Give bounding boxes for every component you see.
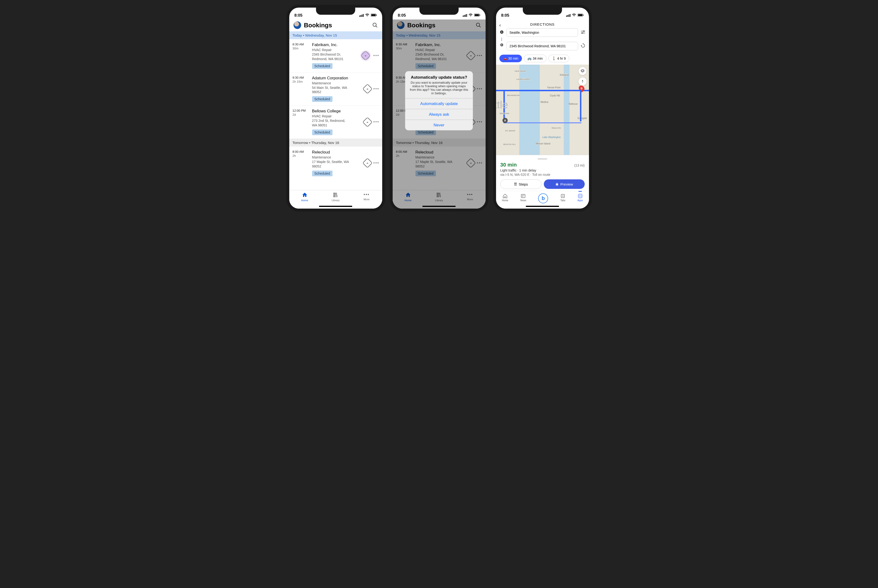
battery-icon: [578, 13, 584, 17]
to-input[interactable]: 2345 Birchwood Redmond, WA 98101: [506, 42, 578, 50]
preview-button[interactable]: ◉Preview: [544, 179, 585, 189]
layers-icon[interactable]: [578, 67, 587, 75]
status-badge: Scheduled: [312, 129, 333, 135]
svg-rect-1: [371, 14, 375, 16]
status-badge: Scheduled: [312, 63, 333, 69]
booking-item[interactable]: 8:00 AM2h Relecloud Maintenance 17 Maple…: [289, 147, 382, 180]
back-icon[interactable]: ‹: [499, 22, 501, 28]
home-indicator[interactable]: [319, 206, 352, 207]
tab-home[interactable]: Home: [295, 192, 314, 208]
booking-item[interactable]: 12:00 PM2d Bellows College HVAC Repair 2…: [289, 105, 382, 139]
mode-walk[interactable]: 🚶4 hr 9: [548, 55, 569, 62]
signal-icon: [566, 14, 570, 17]
status-time: 8:05: [501, 13, 509, 18]
more-icon[interactable]: •••: [374, 87, 379, 92]
steps-button[interactable]: ☰Steps: [500, 179, 542, 189]
directions-button-highlighted[interactable]: [360, 50, 371, 61]
nav-tabs[interactable]: 4Tabs: [560, 194, 566, 204]
svg-rect-26: [578, 194, 582, 198]
booking-name: Fabrikam, Inc.: [312, 42, 358, 47]
svg-point-3: [373, 23, 376, 26]
route-dots-icon: [499, 38, 504, 41]
svg-point-29: [579, 196, 580, 197]
booking-name: Relecloud: [312, 150, 362, 154]
pin-a-icon: A: [499, 30, 504, 35]
route-summary-sheet[interactable]: 30 min (13 mi) Light traffic · 1 min del…: [496, 155, 589, 191]
nav-news[interactable]: News: [520, 194, 526, 204]
walk-icon: 🚶: [552, 57, 556, 60]
svg-point-30: [581, 196, 581, 197]
status-dialog: Automatically update status? Do you want…: [405, 71, 473, 130]
svg-point-18: [582, 33, 583, 34]
directions-icon[interactable]: [362, 84, 372, 94]
travel-modes: 🚗30 min 🚌34 min 🚶4 hr 9: [496, 55, 589, 64]
mode-car[interactable]: 🚗30 min: [499, 55, 522, 62]
booking-item[interactable]: 9:30 AM2h 15m Adatum Corporation Mainten…: [289, 72, 382, 106]
mode-transit[interactable]: 🚌34 min: [524, 55, 546, 62]
from-input[interactable]: Seattle, Washington: [506, 28, 578, 37]
signal-icon: [463, 14, 467, 17]
bus-icon: 🚌: [527, 57, 531, 60]
phone-directions: 8:05 ‹ DIRECTIONS A Seattle, Washington …: [493, 5, 592, 212]
directions-header: ‹ DIRECTIONS: [496, 20, 589, 28]
dialog-option-auto[interactable]: Automatically update: [405, 98, 473, 109]
svg-rect-2: [376, 15, 377, 16]
phone-bookings: 8:05 Bookings Today • Wednesday, Nov 15 …: [287, 5, 385, 212]
booking-name: Adatum Corporation: [312, 76, 362, 81]
svg-point-28: [581, 195, 581, 196]
status-badge: Scheduled: [312, 171, 333, 176]
svg-rect-12: [583, 15, 584, 16]
section-today: Today • Wednesday, Nov 15: [289, 32, 382, 39]
more-icon[interactable]: •••: [374, 53, 379, 58]
battery-icon: [474, 13, 480, 17]
page-title: Bookings: [304, 22, 369, 29]
status-time: 8:05: [294, 13, 303, 18]
nav-home[interactable]: Home: [502, 194, 509, 204]
search-icon[interactable]: [372, 22, 378, 28]
avatar[interactable]: [294, 21, 301, 29]
booking-item[interactable]: 8:30 AM30m Fabrikam, Inc. HVAC Repair 23…: [289, 39, 382, 72]
sheet-handle[interactable]: [537, 159, 547, 159]
wifi-icon: [572, 13, 576, 17]
header: Bookings: [289, 20, 382, 32]
eye-icon: ◉: [555, 182, 558, 186]
route-traffic: Light traffic · 1 min delay: [500, 168, 585, 172]
dialog-option-never[interactable]: Never: [405, 120, 473, 130]
svg-text:A: A: [501, 31, 503, 33]
status-badge: Scheduled: [312, 96, 333, 102]
car-icon: 🚗: [503, 57, 507, 60]
more-icon[interactable]: •••: [374, 160, 379, 166]
directions-icon[interactable]: [362, 158, 372, 168]
phone-bookings-dialog: 8:05 Bookings Today • Wednesday, Nov 15 …: [390, 5, 488, 212]
compass-icon[interactable]: [578, 78, 587, 86]
booking-list[interactable]: 8:30 AM30m Fabrikam, Inc. HVAC Repair 23…: [289, 39, 382, 190]
svg-rect-7: [480, 15, 480, 16]
more-icon[interactable]: •••: [374, 120, 379, 124]
battery-icon: [371, 13, 377, 17]
svg-rect-6: [475, 14, 479, 16]
svg-point-16: [583, 31, 584, 32]
route-distance: (13 mi): [574, 164, 585, 167]
svg-text:4: 4: [562, 195, 564, 197]
swap-icon[interactable]: [581, 44, 586, 49]
svg-point-27: [579, 195, 580, 196]
pin-b-icon: B: [499, 43, 504, 49]
notch: [316, 8, 355, 15]
nav-apps[interactable]: Apps: [577, 194, 583, 204]
section-tomorrow: Tomorrow • Thursday, Nov 16: [289, 139, 382, 147]
directions-icon[interactable]: [362, 117, 372, 127]
svg-text:B: B: [501, 44, 503, 46]
dialog-option-ask[interactable]: Always ask: [405, 109, 473, 120]
dialog-title: Automatically update status?: [405, 71, 473, 81]
nav-bing[interactable]: b: [538, 194, 548, 204]
home-indicator[interactable]: [526, 206, 559, 207]
home-indicator[interactable]: [422, 206, 456, 207]
tab-more[interactable]: ••• More: [357, 192, 376, 208]
map[interactable]: A B Kirkland Bellevue Medina Clyde Hill …: [496, 64, 589, 155]
options-icon[interactable]: [581, 30, 586, 34]
wifi-icon: [365, 13, 369, 17]
booking-name: Bellows College: [312, 109, 362, 114]
notch: [420, 8, 459, 15]
notch: [523, 8, 562, 15]
dialog-message: Do you want to automatically update your…: [405, 81, 473, 98]
